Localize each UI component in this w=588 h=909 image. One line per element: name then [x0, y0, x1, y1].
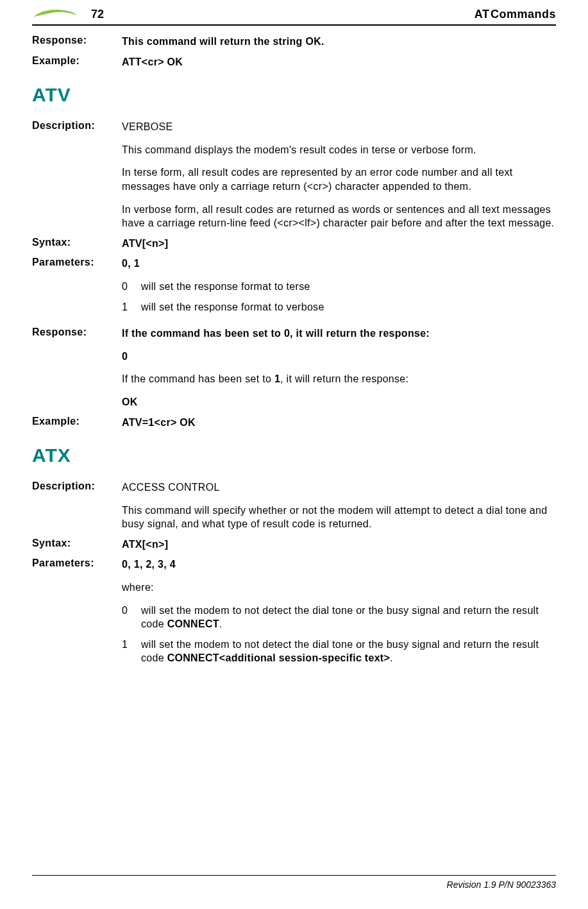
- description-name: ACCESS CONTROL: [122, 480, 556, 495]
- response-value: This command will return the string OK.: [122, 35, 556, 49]
- example-value: ATT<cr> OK: [122, 55, 556, 69]
- description-label: Description:: [32, 120, 122, 230]
- parameters-label: Parameters:: [32, 557, 122, 672]
- where-label: where:: [122, 581, 556, 595]
- response-text: If the command has been set to 1, it wil…: [122, 372, 556, 386]
- page-header: 72 AT Commands: [32, 0, 556, 26]
- syntax-label: Syntax:: [32, 538, 122, 552]
- section-title-atx: ATX: [32, 445, 556, 466]
- parameter-text: will set the modem to not detect the dia…: [141, 638, 556, 665]
- response-value: If the command has been set to 0, it wil…: [122, 327, 556, 409]
- parameter-text: will set the response format to verbose: [141, 300, 324, 314]
- parameter-num: 0: [122, 280, 141, 294]
- parameter-text: will set the response format to terse: [141, 280, 310, 294]
- chapter-title: AT Commands: [104, 8, 556, 21]
- parameters-value: 0, 1 0 will set the response format to t…: [122, 257, 556, 320]
- parameter-num: 1: [122, 300, 141, 314]
- parameters-label: Parameters:: [32, 257, 122, 320]
- page-footer: Revision 1.9 P/N 90023363: [32, 875, 556, 890]
- parameter-text: will set the modem to not detect the dia…: [141, 604, 556, 631]
- parameters-list: 0, 1, 2, 3, 4: [122, 557, 556, 572]
- logo-swoosh-icon: [32, 6, 78, 22]
- description-paragraph: In verbose form, all result codes are re…: [122, 203, 556, 230]
- syntax-value: ATV[<n>]: [122, 237, 556, 251]
- parameter-item: 1 will set the modem to not detect the d…: [122, 638, 556, 665]
- response-text: OK: [122, 395, 556, 409]
- example-value: ATV=1<cr> OK: [122, 416, 556, 430]
- section-title-atv: ATV: [32, 84, 556, 106]
- response-label: Response:: [32, 327, 122, 409]
- parameter-item: 0 will set the modem to not detect the d…: [122, 604, 556, 631]
- parameter-item: 1 will set the response format to verbos…: [122, 300, 556, 314]
- syntax-value: ATX[<n>]: [122, 538, 556, 552]
- response-label: Response:: [32, 35, 122, 49]
- parameter-item: 0 will set the response format to terse: [122, 280, 556, 294]
- description-value: ACCESS CONTROL This command will specify…: [122, 480, 556, 531]
- parameters-list: 0, 1: [122, 257, 556, 271]
- description-value: VERBOSE This command displays the modem'…: [122, 120, 556, 230]
- parameter-num: 0: [122, 604, 141, 631]
- description-paragraph: This command will specify whether or not…: [122, 504, 556, 531]
- example-label: Example:: [32, 55, 122, 69]
- page-number: 72: [91, 8, 104, 21]
- response-text: If the command has been set to 0, it wil…: [122, 327, 556, 341]
- description-paragraph: This command displays the modem's result…: [122, 143, 556, 157]
- description-paragraph: In terse form, all result codes are repr…: [122, 166, 556, 193]
- parameter-num: 1: [122, 638, 141, 665]
- example-label: Example:: [32, 416, 122, 430]
- parameters-value: 0, 1, 2, 3, 4 where: 0 will set the mode…: [122, 557, 556, 672]
- response-text: 0: [122, 350, 556, 364]
- description-name: VERBOSE: [122, 120, 556, 134]
- syntax-label: Syntax:: [32, 237, 122, 251]
- revision-text: Revision 1.9 P/N 90023363: [447, 879, 556, 890]
- description-label: Description:: [32, 480, 122, 531]
